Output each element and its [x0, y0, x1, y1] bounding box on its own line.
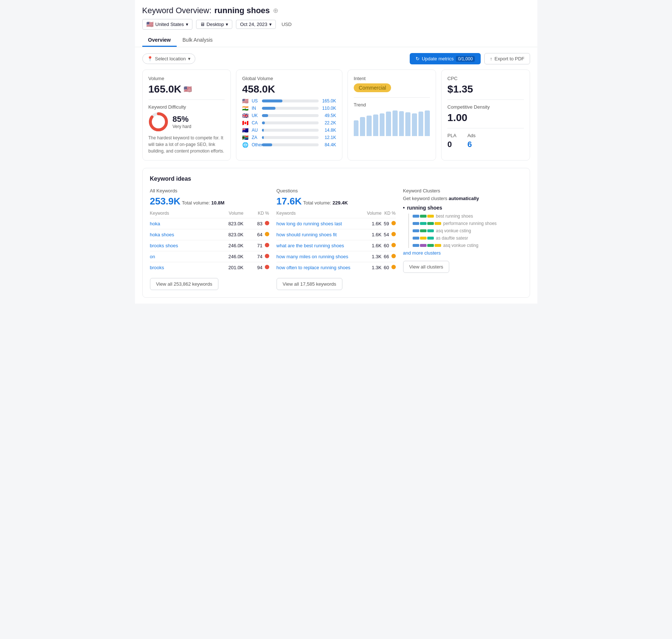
- global-volume-row: 🇬🇧 UK 49.5K: [242, 113, 336, 119]
- kw-volume: 246.0K: [211, 240, 243, 251]
- q-keyword[interactable]: how long do running shoes last: [277, 218, 364, 229]
- location-pin-icon: 📍: [147, 56, 153, 61]
- gv-flag: 🇿🇦: [242, 135, 249, 140]
- toolbar: 📍 Select location ▾ ↻ Update metrics 0/1…: [142, 53, 530, 64]
- more-clusters-link[interactable]: and more clusters: [403, 250, 522, 256]
- view-all-keywords-button[interactable]: View all 253,862 keywords: [150, 278, 219, 290]
- cluster-name: asq vonkue csting: [436, 228, 471, 233]
- cluster-bars: [413, 229, 434, 232]
- kw-keyword[interactable]: hoka shoes: [150, 229, 211, 240]
- q-col-kd: KD %: [382, 211, 396, 218]
- cluster-name: as dauftie satesr: [436, 236, 468, 241]
- col-header-volume: Volume: [211, 211, 243, 218]
- cluster-name: performance running shoes: [443, 221, 497, 226]
- cluster-name: asq vonkue csting: [443, 243, 478, 248]
- gv-country: US: [252, 98, 260, 104]
- intent-trend-card: Intent Commercial Trend: [348, 69, 436, 161]
- trend-bar: [393, 110, 398, 136]
- kw-keyword[interactable]: on: [150, 251, 211, 262]
- kw-keyword[interactable]: brooks shoes: [150, 240, 211, 251]
- q-keyword[interactable]: what are the best running shoes: [277, 240, 364, 251]
- kw-keyword[interactable]: brooks: [150, 262, 211, 273]
- page-title-keyword: running shoes: [214, 6, 270, 15]
- trend-bar: [354, 120, 359, 136]
- q-kd: 60: [382, 240, 396, 251]
- trend-bars: [354, 110, 430, 136]
- global-volume-row: 🌐 Other 84.4K: [242, 142, 336, 148]
- cluster-bars: [413, 244, 441, 247]
- questions-label: Questions: [277, 188, 396, 193]
- device-name: Desktop: [207, 22, 224, 27]
- q-volume: 1.3K: [364, 251, 382, 262]
- cluster-bar: [413, 222, 419, 225]
- kw-keyword[interactable]: hoka: [150, 218, 211, 229]
- gv-bar-bg: [262, 143, 319, 146]
- col-header-keywords: Keywords: [150, 211, 211, 218]
- gv-num: 110.0K: [321, 106, 336, 111]
- gv-bar-fill: [262, 143, 272, 146]
- global-volume-label: Global Volume: [242, 76, 336, 81]
- q-keyword[interactable]: how should running shoes fit: [277, 229, 364, 240]
- questions-count: 17.6K: [277, 196, 302, 207]
- cluster-root-keyword: running shoes: [403, 205, 522, 211]
- q-keyword[interactable]: how often to replace running shoes: [277, 262, 364, 273]
- all-keywords-count: 253.9K: [150, 196, 181, 207]
- volume-flag: 🇺🇸: [184, 85, 192, 93]
- list-item: best running shoes: [413, 214, 522, 219]
- table-row: brooks shoes 246.0K 71: [150, 240, 269, 251]
- view-all-questions-button[interactable]: View all 17,585 keywords: [277, 278, 342, 290]
- device-icon: 🖥: [200, 22, 205, 27]
- gv-num: 14.8K: [321, 128, 336, 133]
- tab-bulk-analysis[interactable]: Bulk Analysis: [177, 34, 218, 47]
- cd-label: Competitive Density: [447, 104, 523, 110]
- cluster-name: best running shoes: [436, 214, 473, 219]
- select-location-button[interactable]: 📍 Select location ▾: [142, 53, 196, 64]
- country-filter[interactable]: 🇺🇸 United States ▾: [142, 19, 192, 30]
- table-row: hoka 823.0K 83: [150, 218, 269, 229]
- volume-value: 165.0K 🇺🇸: [149, 83, 225, 95]
- view-all-clusters-button[interactable]: View all clusters: [403, 261, 450, 273]
- update-metrics-button[interactable]: ↻ Update metrics 0/1,000: [410, 53, 481, 64]
- cluster-bar: [435, 222, 441, 225]
- cluster-bar: [413, 244, 419, 247]
- keyword-ideas-title: Keyword ideas: [150, 176, 522, 182]
- all-keywords-label: All Keywords: [150, 188, 269, 193]
- add-keyword-icon[interactable]: ⊕: [273, 7, 278, 15]
- global-volume-row: 🇺🇸 US 165.0K: [242, 98, 336, 104]
- kw-kd: 71: [243, 240, 269, 251]
- cluster-bar: [413, 229, 419, 232]
- table-row: how should running shoes fit 1.6K 54: [277, 229, 396, 240]
- kw-volume: 823.0K: [211, 218, 243, 229]
- trend-bar: [399, 111, 404, 136]
- q-kd: 59: [382, 218, 396, 229]
- col-header-kd: KD %: [243, 211, 269, 218]
- date-filter[interactable]: Oct 24, 2023 ▾: [236, 20, 275, 29]
- currency-label: USD: [279, 20, 294, 29]
- questions-col: Questions 17.6K Total volume: 229.4K Key…: [277, 188, 396, 290]
- q-kd: 66: [382, 251, 396, 262]
- date-chevron-icon: ▾: [269, 22, 272, 27]
- tab-overview[interactable]: Overview: [142, 34, 177, 47]
- device-chevron-icon: ▾: [226, 22, 228, 27]
- q-keyword[interactable]: how many miles on running shoes: [277, 251, 364, 262]
- gv-country: IN: [252, 106, 260, 111]
- gv-flag: 🇺🇸: [242, 98, 249, 104]
- q-kd: 54: [382, 229, 396, 240]
- keyword-ideas-grid: All Keywords 253.9K Total volume: 10.8M …: [150, 188, 522, 290]
- upload-icon: ↑: [490, 56, 492, 61]
- gv-flag: 🇦🇺: [242, 127, 249, 133]
- q-volume: 1.6K: [364, 218, 382, 229]
- svg-point-1: [150, 114, 166, 130]
- list-item: as dauftie satesr: [413, 236, 522, 241]
- device-filter[interactable]: 🖥 Desktop ▾: [196, 20, 233, 29]
- q-kd: 60: [382, 262, 396, 273]
- kw-volume: 823.0K: [211, 229, 243, 240]
- clusters-col: Keyword Clusters Get keyword clusters au…: [403, 188, 522, 290]
- export-pdf-button[interactable]: ↑ Export to PDF: [484, 53, 530, 64]
- cluster-bars: [413, 237, 434, 240]
- gv-country: Other: [252, 142, 260, 147]
- q-col-volume: Volume: [364, 211, 382, 218]
- global-volume-value: 458.0K: [242, 83, 336, 95]
- gv-bar-bg: [262, 99, 319, 102]
- gv-country: UK: [252, 113, 260, 118]
